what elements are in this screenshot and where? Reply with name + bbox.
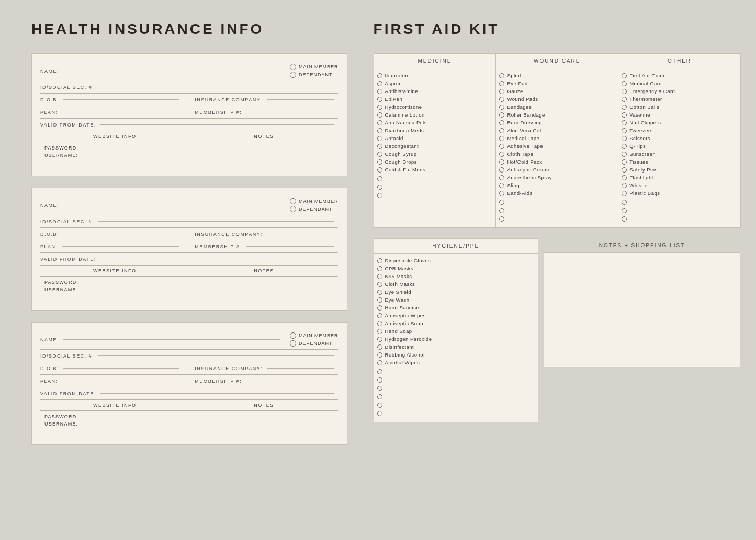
list-item[interactable]: First Aid Guide	[622, 73, 737, 78]
list-item[interactable]: Antiseptic Wipes	[377, 313, 535, 318]
plan-membership-row-1: PLAN: MEMBERSHIP #:	[40, 106, 338, 119]
dependant-radio-3[interactable]: DEPENDANT	[290, 340, 338, 347]
list-item[interactable]: Antiseptic Soap	[377, 320, 535, 326]
notes-area[interactable]	[544, 252, 740, 367]
list-item[interactable]: Cotton Balls	[622, 104, 737, 110]
list-item[interactable]: Diarrhoea Meds	[377, 128, 493, 133]
checkbox-circle	[377, 258, 382, 263]
list-item[interactable]: Hydrogen Peroxide	[377, 336, 535, 342]
list-item[interactable]: Q-Tips	[622, 143, 737, 149]
radio-circle	[290, 64, 296, 70]
list-item[interactable]: Splint	[499, 73, 615, 78]
list-item[interactable]: Alcohol Wipes	[377, 360, 535, 365]
empty-item	[622, 215, 737, 223]
empty-item	[377, 401, 535, 409]
list-item[interactable]: Adhesive Tape	[499, 143, 615, 149]
list-item[interactable]: Antacid	[377, 135, 493, 141]
list-item[interactable]: Rubbing Alcohol	[377, 352, 535, 358]
list-item[interactable]: Calamine Lotion	[377, 112, 493, 118]
hygiene-section: HYGIENE/PPE Disposable GlovesCPR MasksN9…	[374, 238, 538, 422]
list-item[interactable]: Cough Syrup	[377, 151, 493, 157]
list-item[interactable]: Plastic Bags	[622, 190, 737, 196]
list-item[interactable]: Thermometer	[622, 96, 737, 102]
list-item[interactable]: Disposable Gloves	[377, 258, 535, 263]
list-item[interactable]: Hand Sanitiser	[377, 305, 535, 311]
list-item[interactable]: Ibuprofen	[377, 73, 493, 78]
checkbox-circle	[499, 191, 504, 196]
checkbox-circle	[622, 159, 627, 165]
checkbox-circle-empty	[499, 208, 504, 213]
list-item[interactable]: Hot/Cold Pack	[499, 159, 615, 165]
checkbox-circle	[377, 305, 382, 311]
list-item[interactable]: Antihistamine	[377, 88, 493, 94]
list-item[interactable]: Hydrocortisone	[377, 104, 493, 110]
notes-header-1: NOTES	[189, 131, 338, 142]
list-item[interactable]: Flashlight	[622, 175, 737, 180]
list-item[interactable]: Scissors	[622, 135, 737, 141]
notes-shopping-header: NOTES + SHOPPING LIST	[544, 238, 740, 252]
checkbox-circle-empty	[499, 200, 504, 205]
dependant-radio-1[interactable]: DEPENDANT	[290, 72, 338, 78]
checkbox-circle	[622, 167, 627, 173]
list-item[interactable]: Eye Shield	[377, 289, 535, 295]
list-item[interactable]: Medical Tape	[499, 135, 615, 141]
list-item[interactable]: Sunscreen	[622, 151, 737, 157]
empty-item	[622, 198, 737, 206]
name-row-1: NAME: MAIN MEMBER DEPENDANT	[40, 61, 338, 81]
list-item[interactable]: Sling	[499, 182, 615, 188]
dependant-radio-2[interactable]: DEPENDANT	[290, 206, 338, 212]
medicine-column: MEDICINE IbuprofenAspirinAntihistamineEp…	[374, 53, 497, 228]
checkbox-circle	[377, 313, 382, 318]
list-item[interactable]: Roller Bandage	[499, 112, 615, 118]
list-item[interactable]: Aloe Vera Gel	[499, 128, 615, 133]
medicine-header: MEDICINE	[374, 54, 496, 68]
list-item[interactable]: Anaesthetic Spray	[499, 175, 615, 180]
name-row-3: NAME: MAIN MEMBER DEPENDANT	[40, 330, 338, 350]
password-label-1: PASSWORD:	[44, 145, 185, 151]
list-item[interactable]: Burn Dressing	[499, 120, 615, 125]
list-item[interactable]: Wound Pads	[499, 96, 615, 102]
list-item[interactable]: EpiPen	[377, 96, 493, 102]
insurance-company-section-1: INSURANCE COMPANY:	[188, 97, 338, 102]
main-member-radio-3[interactable]: MAIN MEMBER	[290, 332, 338, 339]
list-item[interactable]: Bandages	[499, 104, 615, 110]
list-item[interactable]: Cough Drops	[377, 159, 493, 165]
id-row-3: ID/SOCIAL SEC. #:	[40, 350, 338, 362]
list-item[interactable]: Nail Clippers	[622, 120, 737, 125]
empty-item	[377, 376, 535, 384]
empty-item	[622, 206, 737, 215]
list-item[interactable]: Eye Wash	[377, 297, 535, 303]
list-item[interactable]: Eye Pad	[499, 81, 615, 86]
list-item[interactable]: CPR Masks	[377, 266, 535, 271]
list-item[interactable]: Band-Aids	[499, 190, 615, 196]
list-item[interactable]: Decongestant	[377, 143, 493, 149]
list-item[interactable]: Antiseptic Cream	[499, 167, 615, 173]
checkbox-circle	[377, 73, 382, 78]
list-item[interactable]: Aspirin	[377, 81, 493, 86]
list-item[interactable]: Medical Card	[622, 81, 737, 86]
list-item[interactable]: N95 Masks	[377, 273, 535, 279]
list-item[interactable]: Gauze	[499, 88, 615, 94]
list-item[interactable]: Hand Soap	[377, 328, 535, 334]
dob-insurance-row-2: D.O.B: INSURANCE COMPANY:	[40, 228, 338, 240]
main-member-radio-2[interactable]: MAIN MEMBER	[290, 198, 338, 204]
website-header-1: WEBSITE INFO	[40, 131, 189, 142]
list-item[interactable]: Cloth Tape	[499, 151, 615, 157]
list-item[interactable]: Tweezers	[622, 128, 737, 133]
list-item[interactable]: Vaseline	[622, 112, 737, 118]
empty-item	[377, 183, 493, 191]
list-item[interactable]: Anti Nausea Pills	[377, 120, 493, 125]
empty-item	[377, 409, 535, 418]
list-item[interactable]: Whistle	[622, 182, 737, 188]
checkbox-circle	[377, 337, 382, 342]
notes-content-1	[189, 142, 338, 168]
list-item[interactable]: Safety Pins	[622, 167, 737, 173]
checkbox-circle	[622, 175, 627, 180]
checkbox-circle	[377, 105, 382, 110]
main-member-radio-1[interactable]: MAIN MEMBER	[290, 64, 338, 70]
list-item[interactable]: Cold & Flu Meds	[377, 167, 493, 173]
list-item[interactable]: Emergency # Card	[622, 88, 737, 94]
list-item[interactable]: Cloth Masks	[377, 281, 535, 287]
list-item[interactable]: Disinfectant	[377, 344, 535, 350]
list-item[interactable]: Tissues	[622, 159, 737, 165]
